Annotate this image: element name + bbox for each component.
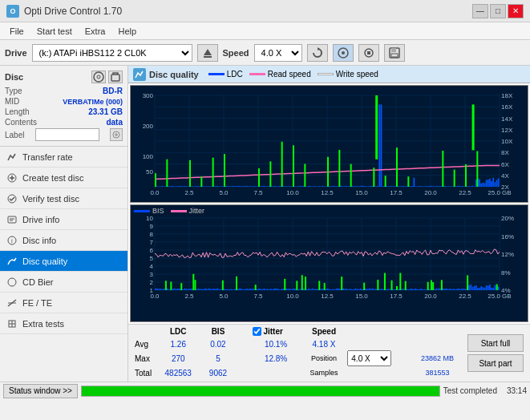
disc-quality-label: Disc quality xyxy=(22,256,67,266)
bottom-chart: BIS Jitter xyxy=(130,204,528,322)
jitter-header: Jitter xyxy=(263,327,282,336)
svg-point-11 xyxy=(97,75,100,79)
chart-legend: LDC Read speed Write speed xyxy=(208,70,378,79)
maximize-button[interactable]: □ xyxy=(490,4,506,18)
bis-color xyxy=(134,210,150,212)
refresh-button[interactable] xyxy=(307,44,328,62)
disc-section: Disc Type BD-R MID VERBATIMe (000) xyxy=(0,66,127,147)
drive-bar: Drive (k:) ATAPi iHBS112 2 CL0K Speed 4.… xyxy=(0,40,530,66)
mid-value: VERBATIMe (000) xyxy=(63,98,123,106)
status-window-button[interactable]: Status window >> xyxy=(3,384,78,398)
disc-info-icon: i xyxy=(6,235,18,246)
sidebar-item-extra-tests[interactable]: Extra tests xyxy=(0,313,127,334)
svg-point-4 xyxy=(342,51,345,55)
ldc-color xyxy=(208,73,225,75)
stats-avg-row: Avg 1.26 0.02 10.1% 4.18 X 4.0 X xyxy=(131,337,461,351)
progress-bar-container xyxy=(81,386,440,397)
avg-bis: 0.02 xyxy=(200,337,237,351)
speed-select[interactable]: 4.0 X xyxy=(254,44,302,62)
disc-button[interactable] xyxy=(333,44,354,62)
contents-label: Contents xyxy=(5,118,37,127)
menu-start-test[interactable]: Start test xyxy=(30,25,79,38)
create-test-disc-label: Create test disc xyxy=(22,173,83,183)
drive-select[interactable]: (k:) ATAPi iHBS112 2 CL0K xyxy=(32,44,192,62)
start-full-button[interactable]: Start full xyxy=(467,334,524,352)
app-title: Opti Drive Control 1.70 xyxy=(24,6,122,17)
sidebar-item-verify-test-disc[interactable]: Verify test disc xyxy=(0,188,127,209)
svg-rect-1 xyxy=(204,56,212,58)
type-value: BD-R xyxy=(103,87,123,95)
fe-te-icon xyxy=(6,297,18,309)
total-bis: 9062 xyxy=(200,365,237,380)
label-input[interactable] xyxy=(35,128,99,141)
extra-tests-icon xyxy=(6,318,18,329)
sidebar-item-cd-bier[interactable]: CD Bier xyxy=(0,272,127,293)
main-content: Disc Type BD-R MID VERBATIMe (000) xyxy=(0,66,530,382)
sidebar-item-create-test-disc[interactable]: Create test disc xyxy=(0,168,127,188)
disc-icon-2[interactable] xyxy=(108,71,123,83)
speed-label: Speed xyxy=(223,48,249,58)
svg-rect-8 xyxy=(391,48,396,52)
stats-table: LDC BIS Jitter Speed xyxy=(131,326,461,380)
label-label: Label xyxy=(5,131,24,139)
app-icon: O xyxy=(6,5,19,18)
jitter-checkbox[interactable] xyxy=(253,327,261,336)
write-speed-label: Write speed xyxy=(336,70,378,79)
transfer-rate-icon xyxy=(6,151,18,163)
label-browse-button[interactable] xyxy=(110,128,123,141)
avg-label: Avg xyxy=(131,337,157,351)
svg-marker-0 xyxy=(204,49,212,55)
sidebar-item-disc-info[interactable]: i Disc info xyxy=(0,230,127,251)
chart-icon xyxy=(133,68,146,81)
close-button[interactable]: ✕ xyxy=(508,4,524,18)
svg-text:i: i xyxy=(11,237,13,244)
stats-bar: LDC BIS Jitter Speed xyxy=(128,324,530,382)
length-label: Length xyxy=(5,107,30,116)
svg-rect-16 xyxy=(8,216,16,223)
settings-button[interactable] xyxy=(358,44,379,62)
action-buttons: Start full Start part xyxy=(464,326,527,380)
sidebar-item-disc-quality[interactable]: Disc quality xyxy=(0,251,127,272)
max-label: Max xyxy=(131,351,157,365)
drive-info-icon xyxy=(6,214,18,225)
menu-file[interactable]: File xyxy=(3,25,30,38)
start-part-button[interactable]: Start part xyxy=(467,354,524,372)
avg-speed: 4.18 X xyxy=(302,337,346,351)
save-button[interactable] xyxy=(384,44,405,62)
title-bar: O Opti Drive Control 1.70 — □ ✕ xyxy=(0,0,530,22)
legend-write-speed: Write speed xyxy=(318,70,378,79)
write-speed-color xyxy=(318,73,334,75)
status-bar: Status window >> Test completed 33:14 xyxy=(0,382,530,399)
jitter-legend-label: Jitter xyxy=(189,207,205,215)
speed-col-header: Speed xyxy=(302,326,346,337)
bis-col-header: BIS xyxy=(200,326,237,337)
svg-rect-12 xyxy=(111,75,119,81)
jitter-legend: Jitter xyxy=(171,207,205,215)
jitter-color xyxy=(171,210,187,212)
transfer-rate-label: Transfer rate xyxy=(22,152,73,162)
verify-disc-icon xyxy=(6,193,18,204)
menu-help[interactable]: Help xyxy=(111,25,143,38)
minimize-button[interactable]: — xyxy=(472,4,488,18)
read-speed-color xyxy=(249,73,265,75)
disc-icon-1[interactable] xyxy=(91,71,106,83)
total-label: Total xyxy=(131,365,157,380)
eject-button[interactable] xyxy=(197,44,218,62)
drive-label: Drive xyxy=(5,48,27,58)
legend-ldc: LDC xyxy=(208,70,243,79)
disc-quality-icon xyxy=(6,256,18,267)
cd-bier-icon xyxy=(6,277,18,288)
svg-point-10 xyxy=(94,72,103,82)
samples-label: Samples xyxy=(302,365,346,380)
chart-area: Disc quality LDC Read speed Write speed xyxy=(128,66,530,382)
avg-ldc: 1.26 xyxy=(157,337,200,351)
speed-dropdown[interactable]: 4.0 X xyxy=(347,350,391,366)
sidebar-item-transfer-rate[interactable]: Transfer rate xyxy=(0,147,127,168)
menu-extra[interactable]: Extra xyxy=(79,25,112,38)
sidebar-item-drive-info[interactable]: Drive info xyxy=(0,209,127,230)
mid-label: MID xyxy=(5,97,19,106)
sidebar-item-fe-te[interactable]: FE / TE xyxy=(0,293,127,313)
max-ldc: 270 xyxy=(157,351,200,365)
ldc-col-header: LDC xyxy=(157,326,200,337)
svg-rect-9 xyxy=(391,54,398,57)
